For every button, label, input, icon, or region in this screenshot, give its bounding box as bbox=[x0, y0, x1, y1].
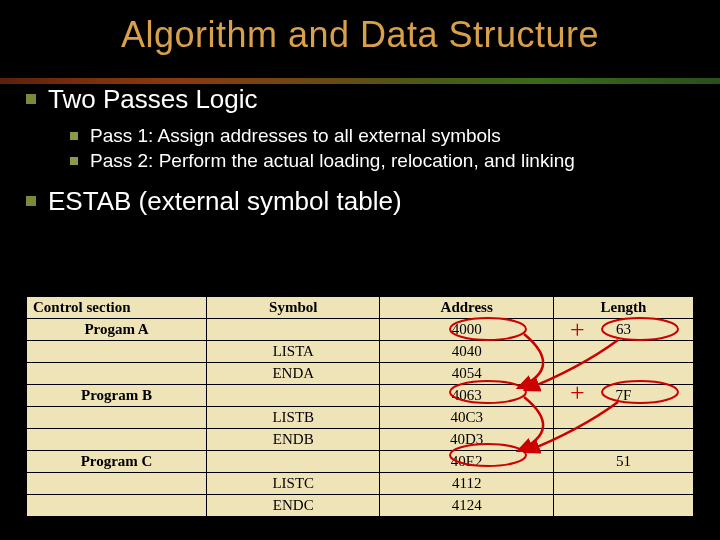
cell-cs: Progam A bbox=[27, 319, 207, 341]
bullet-text: Two Passes Logic bbox=[48, 84, 258, 115]
table-row: ENDB 40D3 bbox=[27, 429, 694, 451]
cell-cs bbox=[27, 407, 207, 429]
sub-bullet-group: Pass 1: Assign addresses to all external… bbox=[70, 125, 694, 172]
bullet-level2: Pass 2: Perform the actual loading, relo… bbox=[70, 150, 694, 172]
col-header-length: Length bbox=[553, 297, 693, 319]
table-row: LISTA 4040 bbox=[27, 341, 694, 363]
bullet-level1: ESTAB (external symbol table) bbox=[26, 186, 694, 217]
table-row: LISTC 4112 bbox=[27, 473, 694, 495]
cell-len bbox=[553, 473, 693, 495]
cell-addr: 4054 bbox=[380, 363, 553, 385]
cell-len bbox=[553, 341, 693, 363]
divider-line bbox=[0, 78, 720, 84]
content-area: Two Passes Logic Pass 1: Assign addresse… bbox=[26, 84, 694, 217]
cell-sym: LISTB bbox=[207, 407, 380, 429]
bullet-text: ESTAB (external symbol table) bbox=[48, 186, 402, 217]
cell-cs: Program B bbox=[27, 385, 207, 407]
col-header-control-section: Control section bbox=[27, 297, 207, 319]
bullet-icon bbox=[26, 94, 36, 104]
cell-len bbox=[553, 495, 693, 517]
cell-len: 63 bbox=[553, 319, 693, 341]
cell-cs bbox=[27, 473, 207, 495]
cell-addr: 40D3 bbox=[380, 429, 553, 451]
table-header-row: Control section Symbol Address Length bbox=[27, 297, 694, 319]
estab-table-wrap: Control section Symbol Address Length Pr… bbox=[26, 296, 694, 517]
cell-addr: 4063 bbox=[380, 385, 553, 407]
cell-addr: 4124 bbox=[380, 495, 553, 517]
col-header-symbol: Symbol bbox=[207, 297, 380, 319]
cell-sym: LISTA bbox=[207, 341, 380, 363]
bullet-text: Pass 1: Assign addresses to all external… bbox=[90, 125, 501, 147]
bullet-text: Pass 2: Perform the actual loading, relo… bbox=[90, 150, 575, 172]
cell-sym: ENDC bbox=[207, 495, 380, 517]
col-header-address: Address bbox=[380, 297, 553, 319]
cell-cs bbox=[27, 495, 207, 517]
table-row: Program B 4063 7F bbox=[27, 385, 694, 407]
cell-cs bbox=[27, 429, 207, 451]
cell-sym bbox=[207, 385, 380, 407]
cell-len bbox=[553, 407, 693, 429]
cell-len bbox=[553, 429, 693, 451]
table-row: LISTB 40C3 bbox=[27, 407, 694, 429]
cell-len: 7F bbox=[553, 385, 693, 407]
table-row: ENDC 4124 bbox=[27, 495, 694, 517]
slide-title: Algorithm and Data Structure bbox=[26, 14, 694, 56]
table-row: Program C 40E2 51 bbox=[27, 451, 694, 473]
cell-addr: 40C3 bbox=[380, 407, 553, 429]
cell-sym bbox=[207, 451, 380, 473]
bullet-icon bbox=[26, 196, 36, 206]
cell-addr: 4112 bbox=[380, 473, 553, 495]
bullet-icon bbox=[70, 157, 78, 165]
cell-cs bbox=[27, 363, 207, 385]
cell-cs: Program C bbox=[27, 451, 207, 473]
cell-addr: 40E2 bbox=[380, 451, 553, 473]
cell-sym: ENDB bbox=[207, 429, 380, 451]
slide: Algorithm and Data Structure Two Passes … bbox=[0, 0, 720, 540]
cell-len: 51 bbox=[553, 451, 693, 473]
cell-cs bbox=[27, 341, 207, 363]
estab-table: Control section Symbol Address Length Pr… bbox=[26, 296, 694, 517]
cell-sym bbox=[207, 319, 380, 341]
cell-addr: 4000 bbox=[380, 319, 553, 341]
cell-addr: 4040 bbox=[380, 341, 553, 363]
cell-sym: LISTC bbox=[207, 473, 380, 495]
table-row: Progam A 4000 63 bbox=[27, 319, 694, 341]
table-row: ENDA 4054 bbox=[27, 363, 694, 385]
bullet-level2: Pass 1: Assign addresses to all external… bbox=[70, 125, 694, 147]
cell-len bbox=[553, 363, 693, 385]
bullet-level1: Two Passes Logic bbox=[26, 84, 694, 115]
bullet-icon bbox=[70, 132, 78, 140]
cell-sym: ENDA bbox=[207, 363, 380, 385]
